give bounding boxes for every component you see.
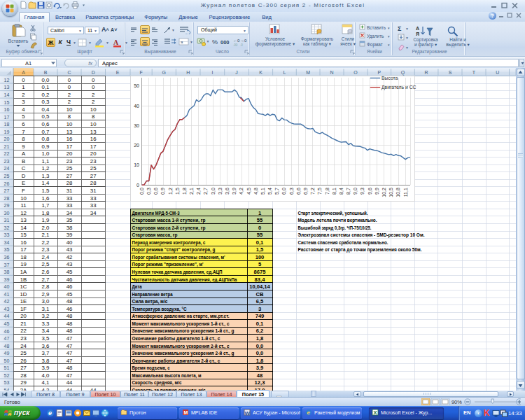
svg-text:Формат: Формат	[367, 42, 383, 48]
svg-text:48: 48	[66, 313, 73, 319]
svg-text:▼: ▼	[387, 27, 390, 30]
svg-text:N: N	[330, 70, 333, 75]
svg-text:I: I	[211, 70, 213, 75]
svg-text:28: 28	[90, 180, 97, 186]
svg-text:10,8: 10,8	[396, 188, 401, 197]
svg-text:Σ: Σ	[398, 25, 402, 32]
svg-text:2,5: 2,5	[42, 261, 50, 267]
svg-text:1D: 1D	[20, 291, 27, 298]
svg-text:K: K	[259, 70, 262, 75]
svg-text:0,3: 0,3	[146, 188, 151, 195]
svg-text:%: %	[212, 38, 218, 46]
svg-text:83,4: 83,4	[255, 276, 266, 283]
svg-text:3,9: 3,9	[256, 365, 264, 371]
svg-text:23: 23	[66, 158, 73, 164]
svg-text:20: 20	[4, 136, 10, 141]
svg-text:55: 55	[257, 232, 263, 238]
svg-text:O: O	[354, 70, 358, 75]
svg-text:8: 8	[68, 113, 71, 120]
svg-text:Атмосферное давление на старте: Атмосферное давление на старте, мм.рт.ст…	[132, 313, 230, 319]
svg-text:8: 8	[22, 136, 24, 142]
svg-text:36: 36	[4, 255, 10, 260]
svg-text:Направление ветра: Направление ветра	[132, 291, 174, 298]
svg-text:17: 17	[4, 115, 10, 120]
svg-text:9: 9	[22, 144, 24, 150]
svg-text:C: C	[67, 70, 71, 75]
svg-text:3,9: 3,9	[42, 365, 50, 371]
svg-text:D: D	[22, 173, 26, 179]
svg-text:52: 52	[4, 373, 10, 378]
svg-text:F: F	[139, 70, 142, 75]
svg-text:25: 25	[4, 174, 10, 178]
svg-text:2: 2	[22, 92, 24, 98]
svg-text:Значение максимального ускорен: Значение максимального ускорения 1-й ст.…	[132, 328, 234, 334]
svg-text:▼: ▼	[106, 41, 109, 45]
svg-text:17: 17	[90, 144, 97, 150]
svg-text:21: 21	[4, 144, 10, 149]
svg-text:0: 0	[68, 77, 71, 83]
svg-text:14: 14	[20, 225, 27, 231]
svg-text:1,4: 1,4	[42, 180, 50, 186]
svg-text:44: 44	[4, 314, 10, 318]
svg-text:47: 47	[66, 358, 73, 364]
svg-text:38: 38	[66, 225, 73, 231]
svg-text:L: L	[284, 70, 286, 75]
svg-text:16: 16	[20, 239, 27, 246]
svg-text:42: 42	[66, 254, 73, 260]
svg-text:2,3: 2,3	[42, 246, 50, 253]
svg-text:M: M	[306, 70, 310, 75]
svg-text:48: 48	[66, 321, 73, 327]
svg-text:1E: 1E	[20, 298, 27, 304]
svg-text:49: 49	[4, 351, 10, 356]
svg-text:C: C	[22, 165, 26, 172]
svg-text:1,2: 1,2	[42, 165, 50, 172]
svg-text:50: 50	[4, 358, 10, 363]
svg-text:43: 43	[66, 261, 73, 267]
svg-text:8675: 8675	[254, 269, 267, 275]
svg-text:1,7: 1,7	[42, 202, 50, 209]
svg-text:3,4: 3,4	[42, 328, 50, 334]
svg-text:Электрозапал системы спасения: Электрозапал системы спасения - SMD-рези…	[298, 232, 425, 238]
svg-text:20: 20	[90, 150, 97, 157]
svg-text:20: 20	[134, 143, 139, 148]
svg-text:13: 13	[66, 129, 73, 135]
svg-text:10,04,14: 10,04,14	[249, 284, 270, 290]
svg-text:Окончание работы двигателя 1-й: Окончание работы двигателя 1-й ст., с	[132, 335, 220, 342]
svg-text:Старт элекртический, успешный.: Старт элекртический, успешный.	[298, 210, 368, 216]
svg-text:20: 20	[20, 313, 27, 319]
svg-text:E: E	[22, 180, 25, 186]
svg-text:15: 15	[20, 232, 27, 238]
svg-text:17: 17	[20, 246, 27, 253]
svg-text:47: 47	[66, 372, 73, 379]
svg-text:10,5: 10,5	[388, 188, 393, 197]
svg-text:2,4: 2,4	[42, 254, 50, 260]
svg-text:2: 2	[68, 99, 71, 105]
svg-text:18: 18	[20, 254, 27, 260]
svg-text:27: 27	[20, 365, 27, 371]
svg-text:3: 3	[22, 99, 24, 105]
svg-text:4: 4	[22, 106, 25, 113]
svg-text:32: 32	[4, 225, 10, 230]
svg-text:3,8: 3,8	[42, 358, 50, 364]
svg-text:Двигатели МРД-5-СМ-3: Двигатели МРД-5-СМ-3	[132, 210, 180, 216]
svg-text:Стартовая масса 2-й ступени, г: Стартовая масса 2-й ступени, гр	[132, 225, 206, 231]
svg-text:13: 13	[90, 129, 97, 135]
svg-text:1,5: 1,5	[42, 188, 50, 194]
svg-text:0,0: 0,0	[139, 188, 144, 195]
svg-text:2: 2	[92, 92, 94, 98]
svg-text:40: 40	[4, 284, 10, 289]
svg-text:1,3: 1,3	[42, 173, 50, 179]
svg-text:16: 16	[90, 136, 97, 142]
svg-text:0,8: 0,8	[42, 136, 50, 142]
svg-text:1: 1	[22, 84, 24, 90]
svg-text:22: 22	[4, 151, 10, 156]
svg-text:3,5: 3,5	[42, 335, 50, 342]
svg-text:6,3: 6,3	[289, 188, 294, 195]
svg-text:0,5: 0,5	[42, 113, 50, 120]
svg-text:1,8: 1,8	[256, 335, 264, 342]
svg-text:0: 0	[258, 225, 261, 231]
svg-text:0,1: 0,1	[42, 84, 50, 90]
svg-text:2: 2	[68, 92, 71, 98]
svg-text:47: 47	[66, 335, 73, 342]
svg-text:44: 44	[66, 379, 73, 386]
